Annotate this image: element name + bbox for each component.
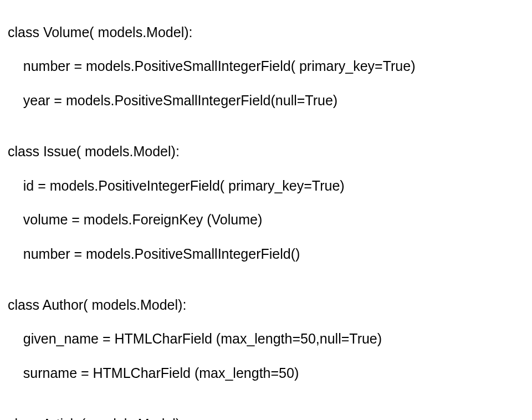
code-document: class Volume( models.Model): number = mo… (0, 0, 532, 420)
code-line: class Author( models.Model): (8, 296, 532, 314)
code-line: year = models.PositiveSmallIntegerField(… (8, 92, 532, 109)
code-line: class Issue( models.Model): (8, 143, 532, 160)
code-line: volume = models.ForeignKey (Volume) (8, 211, 532, 228)
code-line: class Article( models.Model): (8, 416, 532, 420)
code-line: given_name = HTMLCharField (max_length=5… (8, 330, 532, 347)
code-line: surname = HTMLCharField (max_length=50) (8, 365, 532, 382)
code-line: id = models.PositiveIntegerField( primar… (8, 177, 532, 194)
code-line: class Volume( models.Model): (8, 24, 532, 41)
code-line: number = models.PositiveSmallIntegerFiel… (8, 58, 532, 75)
code-line: number = models.PositiveSmallIntegerFiel… (8, 245, 532, 263)
